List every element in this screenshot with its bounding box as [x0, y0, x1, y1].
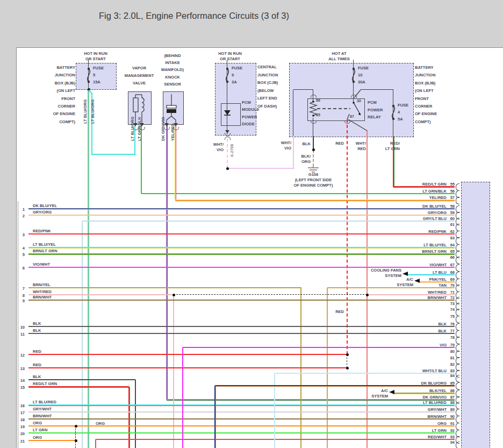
- component-symbols: [0, 0, 503, 448]
- wiring-diagram-page: Fig 3: 2.0L, Engine Performance Circuits…: [0, 0, 503, 448]
